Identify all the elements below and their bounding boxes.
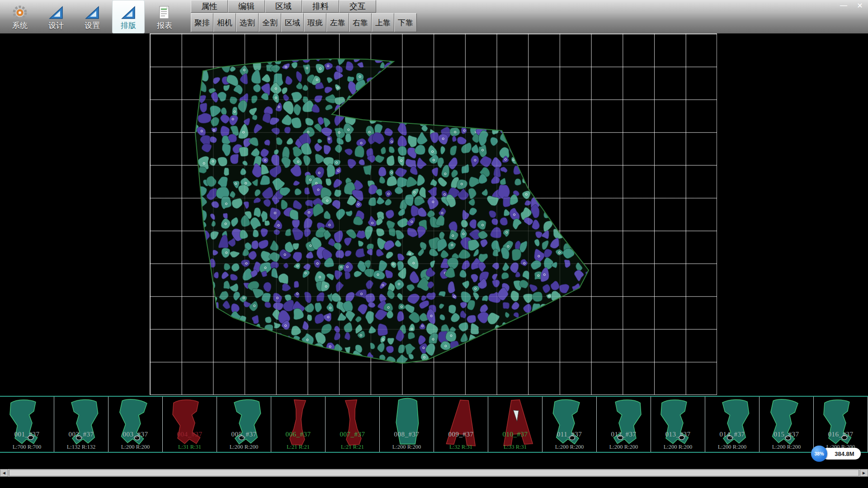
bottom-gap (0, 453, 868, 469)
main-button-layout[interactable]: 排版 (112, 0, 145, 33)
tool-button-cluster-nest[interactable]: 聚排 (191, 13, 213, 32)
piece-shape (223, 398, 265, 447)
piece-thumb-001[interactable]: 001_#37L:700 R:700 (0, 397, 54, 452)
main-button-label: 排版 (121, 22, 136, 29)
piece-name: 008_#37 (380, 431, 434, 438)
tool-button-defect[interactable]: 瑕疵 (304, 13, 326, 32)
main-button-report[interactable]: 报表 (148, 0, 181, 33)
piece-name: 015_#37 (760, 431, 813, 438)
piece-lr-count: L:200 R:200 (597, 444, 651, 450)
tool-button-snap-bottom[interactable]: 下靠 (394, 13, 417, 32)
piece-shape (601, 396, 646, 449)
status-badge: 384.8M 38% (811, 446, 862, 462)
piece-thumb-013[interactable]: 013_#37L:200 R:200 (651, 397, 705, 452)
piece-thumb-002[interactable]: 002_#37L:132 R:132 (54, 397, 108, 452)
menu-tab-region[interactable]: 区域 (265, 0, 302, 13)
tool-button-snap-left[interactable]: 左靠 (326, 13, 349, 32)
piece-name: 003_#37 (108, 431, 162, 438)
piece-thumb-005[interactable]: 005_#37L:200 R:200 (217, 397, 271, 452)
scroll-right-arrow[interactable]: ► (860, 469, 868, 477)
piece-name: 004_#37 (163, 431, 217, 438)
menu-tab-interact[interactable]: 交互 (339, 0, 376, 13)
piece-name: 010_#37 (488, 431, 542, 438)
tool-button-row: 聚排相机选割全割区域瑕疵左靠右靠上靠下靠 (191, 13, 417, 32)
piece-name: 005_#37 (217, 431, 271, 438)
memory-label: 384.8M (822, 448, 861, 460)
tool-button-snap-right[interactable]: 右靠 (349, 13, 372, 32)
piece-name: 012_#37 (597, 431, 651, 438)
piece-thumb-010[interactable]: 010_#37L:33 R:31 (488, 397, 542, 452)
piece-shape (113, 396, 158, 449)
piece-lr-count: L:200 R:200 (651, 444, 705, 450)
piece-name: 007_#37 (326, 431, 379, 438)
main-button-settings[interactable]: 设置 (76, 0, 108, 33)
piece-shape (386, 398, 428, 447)
piece-shape (549, 398, 590, 447)
piece-shape (764, 396, 809, 449)
piece-lr-count: L:200 R:200 (108, 444, 162, 450)
piece-thumb-003[interactable]: 003_#37L:200 R:200 (108, 397, 163, 452)
work-grid (150, 33, 717, 395)
piece-shape (818, 396, 863, 449)
piece-shape (439, 396, 483, 449)
piece-lr-count: L:32 R:31 (434, 444, 488, 450)
piece-name: 014_#37 (705, 431, 759, 438)
main-button-label: 系统 (12, 22, 28, 29)
piece-lr-count: L:132 R:132 (54, 444, 108, 450)
main-button-design[interactable]: 设计 (40, 0, 72, 33)
piece-thumb-009[interactable]: 009_#37L:32 R:31 (434, 397, 488, 452)
menu-tab-attributes[interactable]: 属性 (191, 0, 228, 13)
piece-thumb-007[interactable]: 007_#37L:21 R:21 (326, 397, 380, 452)
app-window: 系统设计设置排版报表 属性编辑区域排料交互 聚排相机选割全割区域瑕疵左靠右靠上靠… (0, 0, 868, 488)
close-button[interactable]: ✕ (854, 1, 865, 10)
scroll-left-arrow[interactable]: ◄ (0, 469, 8, 477)
piece-thumb-014[interactable]: 014_#37L:200 R:200 (705, 397, 760, 452)
piece-lr-count: L:200 R:200 (380, 444, 434, 450)
main-button-label: 报表 (157, 22, 172, 29)
piece-thumb-015[interactable]: 015_#37L:200 R:200 (760, 397, 814, 452)
tool-button-camera[interactable]: 相机 (213, 13, 236, 32)
tool-button-cut-all[interactable]: 全割 (259, 13, 281, 32)
piece-name: 001_#37 (0, 431, 54, 438)
tool-button-region[interactable]: 区域 (281, 13, 304, 32)
horizontal-scrollbar[interactable]: ◄ ► (0, 469, 868, 477)
main-button-label: 设置 (85, 22, 100, 29)
piece-name: 016_#37 (814, 431, 868, 438)
progress-circle: 38% (811, 446, 827, 462)
tool-button-snap-top[interactable]: 上靠 (372, 13, 394, 32)
piece-shape (167, 396, 212, 449)
nesting-canvas[interactable] (0, 33, 868, 396)
piece-shape (276, 396, 321, 449)
piece-lr-count: L:200 R:200 (542, 444, 596, 450)
piece-lr-count: L:33 R:31 (488, 444, 542, 450)
piece-name: 002_#37 (54, 431, 108, 438)
design-icon (48, 5, 64, 21)
scrollbar-thumb[interactable] (9, 469, 859, 476)
settings-icon (84, 5, 100, 21)
tool-button-select-cut[interactable]: 选割 (236, 13, 259, 32)
main-button-system[interactable]: 系统 (4, 0, 36, 33)
piece-shape (712, 398, 753, 447)
piece-thumb-006[interactable]: 006_#37L:21 R:21 (271, 397, 326, 452)
piece-shape (656, 396, 700, 449)
piece-name: 006_#37 (271, 431, 325, 438)
top-toolbar: 系统设计设置排版报表 属性编辑区域排料交互 聚排相机选割全割区域瑕疵左靠右靠上靠… (0, 0, 868, 33)
window-controls: — ✕ (838, 1, 865, 10)
menu-tab-nesting[interactable]: 排料 (302, 0, 339, 13)
piece-lr-count: L:200 R:200 (760, 444, 813, 450)
piece-thumb-004[interactable]: 004_#37L:31 R:31 (163, 397, 217, 452)
piece-thumb-016[interactable]: 016_#37L:200 R:200 (814, 397, 868, 452)
menu-tab-edit[interactable]: 编辑 (228, 0, 265, 13)
piece-shape (61, 398, 102, 447)
piece-thumbnail-strip: 001_#37L:700 R:700002_#37L:132 R:132003_… (0, 396, 868, 453)
piece-thumb-011[interactable]: 011_#37L:200 R:200 (542, 397, 597, 452)
piece-thumb-012[interactable]: 012_#37L:200 R:200 (597, 397, 651, 452)
scrollbar-track[interactable] (8, 469, 860, 477)
minimize-button[interactable]: — (838, 1, 849, 10)
layout-icon (120, 5, 137, 21)
piece-thumb-008[interactable]: 008_#37L:200 R:200 (380, 397, 434, 452)
piece-lr-count: L:21 R:21 (326, 444, 379, 450)
main-button-group: 系统设计设置排版报表 (0, 0, 181, 33)
leather-hide-nest[interactable] (150, 34, 717, 394)
gear-icon (12, 5, 28, 21)
